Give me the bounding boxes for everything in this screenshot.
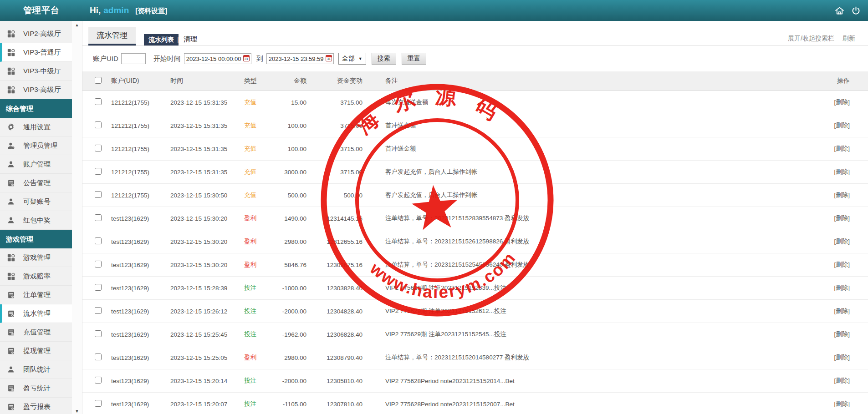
sidebar-item[interactable]: 提现管理 [0, 342, 72, 360]
row-checkbox[interactable] [95, 353, 102, 360]
cell-balance: 12308790.40 [306, 354, 363, 361]
delete-link[interactable]: [删除] [834, 238, 850, 245]
row-checkbox[interactable] [95, 168, 102, 175]
toggle-search-link[interactable]: 展开/收起搜索栏 [788, 35, 834, 43]
cell-type: 投注 [237, 330, 271, 338]
tab-flow-management[interactable]: 流水管理 [88, 27, 136, 45]
calendar-icon[interactable]: 31 [243, 55, 250, 61]
sidebar-item[interactable]: 团队统计 [0, 360, 72, 379]
row-checkbox[interactable] [95, 330, 102, 337]
profile-settings-link[interactable]: [资料设置] [135, 7, 167, 15]
row-checkbox[interactable] [95, 121, 102, 128]
cell-balance: 3715.00 [306, 146, 363, 152]
delete-link[interactable]: [删除] [834, 308, 850, 314]
search-button[interactable]: 搜索 [372, 53, 396, 65]
sidebar: VIP2-高级厅VIP3-普通厅VIP3-中级厅VIP3-高级厅综合管理通用设置… [0, 21, 72, 414]
sidebar-item[interactable]: VIP3-普通厅 [0, 43, 72, 62]
delete-link[interactable]: [删除] [834, 331, 850, 338]
delete-link[interactable]: [删除] [834, 377, 850, 384]
cell-action: [删除] [809, 284, 850, 292]
row-checkbox[interactable] [95, 214, 102, 221]
cell-time: 2023-12-15 15:31:35 [170, 99, 237, 106]
sidebar-section-header: 游戏管理 [0, 230, 72, 248]
row-checkbox[interactable] [95, 284, 102, 291]
cell-amount: -1105.00 [271, 401, 306, 408]
row-checkbox[interactable] [95, 145, 102, 151]
sidebar-item[interactable]: 流水管理 [0, 304, 72, 323]
cell-action: [删除] [809, 261, 850, 269]
sidebar-item[interactable]: VIP3-高级厅 [0, 81, 72, 99]
delete-link[interactable]: [删除] [834, 99, 850, 106]
select-all-checkbox-cell [95, 77, 111, 85]
cell-amount: 15.00 [271, 99, 306, 106]
row-checkbox[interactable] [95, 98, 102, 105]
reset-button[interactable]: 重置 [402, 53, 426, 65]
row-checkbox[interactable] [95, 307, 102, 314]
scroll-up-icon[interactable]: ▲ [72, 23, 82, 27]
cell-uid: test123(1629) [111, 378, 170, 384]
cell-time: 2023-12-15 15:30:20 [170, 215, 237, 222]
sidebar-item[interactable]: 盈亏报表 [0, 398, 72, 414]
sidebar-item[interactable]: 游戏管理 [0, 248, 72, 267]
tab-bar: 流水管理 流水列表 | 清理 展开/收起搜索栏 刷新 [82, 21, 868, 46]
sidebar-item[interactable]: 盈亏统计 [0, 379, 72, 398]
start-time-input[interactable] [184, 53, 251, 64]
logout-power-icon[interactable] [851, 6, 861, 15]
delete-link[interactable]: [删除] [834, 400, 850, 407]
row-checkbox[interactable] [95, 261, 102, 268]
username: admin [103, 5, 129, 15]
tab-clean[interactable]: 清理 [184, 35, 197, 44]
cell-uid: test123(1629) [111, 215, 170, 222]
delete-link[interactable]: [删除] [834, 145, 850, 152]
user-icon [6, 365, 15, 374]
delete-link[interactable]: [删除] [834, 168, 850, 175]
row-checkbox[interactable] [95, 191, 102, 198]
sidebar-item[interactable]: 充值管理 [0, 323, 72, 342]
delete-link[interactable]: [删除] [834, 284, 850, 291]
sidebar-item[interactable]: 通用设置 [0, 118, 72, 136]
sidebar-item[interactable]: 管理员管理 [0, 136, 72, 155]
type-select[interactable]: 全部 ▼ [338, 53, 366, 65]
sidebar-item[interactable]: 可疑账号 [0, 192, 72, 211]
home-icon[interactable] [835, 6, 844, 15]
scroll-down-icon[interactable]: ▼ [72, 409, 82, 414]
cell-time: 2023-12-15 15:20:07 [170, 401, 237, 408]
cell-amount: -2000.00 [271, 378, 306, 384]
cell-uid: test123(1629) [111, 262, 170, 268]
select-all-checkbox[interactable] [95, 77, 102, 84]
sidebar-scrollbar[interactable]: ▲ ▼ [72, 21, 82, 414]
cell-remark: VIP2 775629期 注單20231215152839...投注 [363, 284, 809, 292]
delete-link[interactable]: [删除] [834, 192, 850, 198]
sidebar-item[interactable]: 红包中奖 [0, 211, 72, 230]
delete-link[interactable]: [删除] [834, 354, 850, 361]
sidebar-item-label: 团队统计 [23, 365, 51, 374]
row-checkbox-cell [95, 98, 111, 106]
cell-remark: 注单结算，单号：20231215152612598826 盈利发放 [363, 237, 809, 246]
sidebar-item[interactable]: 公告管理 [0, 174, 72, 192]
row-checkbox[interactable] [95, 400, 102, 407]
cell-action: [删除] [809, 121, 850, 130]
cell-action: [删除] [809, 145, 850, 153]
delete-link[interactable]: [删除] [834, 215, 850, 222]
sidebar-item[interactable]: 注单管理 [0, 286, 72, 304]
cell-remark: 注单结算，单号：20231215152545656240 盈利发放 [363, 261, 809, 269]
row-checkbox[interactable] [95, 377, 102, 384]
cell-remark: VIP2 775629期 注单20231215152612...投注 [363, 307, 809, 315]
tab-flow-list-active[interactable]: 流水列表 [144, 34, 179, 45]
cell-amount: 3000.00 [271, 169, 306, 176]
row-checkbox-cell [95, 377, 111, 385]
delete-link[interactable]: [删除] [834, 122, 850, 129]
cell-remark: 首冲送金额 [363, 145, 809, 153]
calendar-icon[interactable]: 31 [326, 55, 332, 61]
end-time-input[interactable] [266, 53, 334, 64]
sidebar-item[interactable]: VIP3-中级厅 [0, 62, 72, 81]
form-icon [6, 309, 15, 318]
sidebar-item[interactable]: 游戏赔率 [0, 267, 72, 286]
refresh-link[interactable]: 刷新 [842, 35, 855, 43]
sidebar-item[interactable]: VIP2-高级厅 [0, 25, 72, 43]
delete-link[interactable]: [删除] [834, 261, 850, 268]
cell-balance: 3715.00 [306, 99, 363, 106]
uid-input[interactable] [121, 53, 146, 64]
sidebar-item[interactable]: 账户管理 [0, 155, 72, 174]
row-checkbox[interactable] [95, 237, 102, 244]
